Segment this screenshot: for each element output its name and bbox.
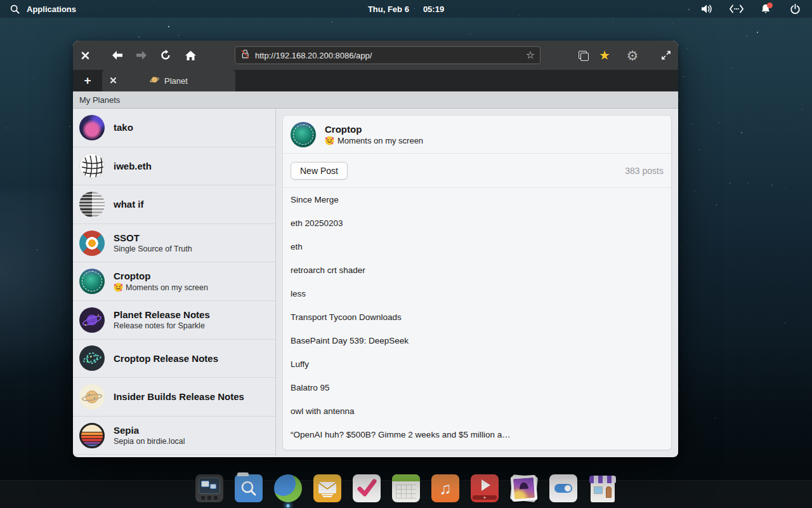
sidebar-item-planet-release-notes[interactable]: Planet Release Notes Release notes for S… [73, 301, 275, 340]
planet-subtitle: Release notes for Sparkle [114, 321, 210, 330]
dock-file-search-icon[interactable] [235, 474, 263, 502]
tab-planet[interactable]: Planet [102, 70, 235, 91]
url-text: http://192.168.20.200:8086/app/ [255, 51, 521, 60]
top-panel: Applications Thu, Feb 6 05:19 [0, 0, 812, 18]
sidebar-item-insider-builds-release-notes[interactable]: Insider Builds Release Notes [73, 378, 275, 417]
post-count: 383 posts [625, 166, 664, 176]
dock-app-store-icon[interactable] [589, 474, 617, 502]
sidebar-item-ssot[interactable]: SSOT Single Source of Truth [73, 224, 275, 263]
planet-avatar-release-notes [79, 307, 105, 333]
running-indicator [287, 504, 290, 507]
planet-avatar-insider-builds [79, 384, 105, 410]
post-row[interactable]: Luffy [283, 352, 671, 376]
window-close-button[interactable] [74, 41, 96, 70]
network-icon[interactable] [730, 2, 743, 16]
tab-favicon-saturn-icon [150, 75, 159, 86]
back-button[interactable] [107, 41, 128, 70]
post-row[interactable]: Since Merge [283, 188, 671, 211]
dock-multitasking-view-icon[interactable] [195, 474, 223, 502]
tab-close-icon[interactable] [110, 76, 117, 86]
reload-button[interactable] [155, 41, 176, 70]
power-icon[interactable] [788, 2, 802, 16]
new-post-button[interactable]: New Post [291, 162, 348, 180]
volume-icon[interactable] [700, 2, 714, 16]
new-tab-button[interactable]: + [77, 70, 98, 91]
planet-name: Planet Release Notes [114, 309, 210, 320]
post-row[interactable]: eth 20250203 [283, 211, 671, 235]
smiling-face-with-hearts-icon [325, 136, 334, 145]
tab-title: Planet [164, 76, 188, 86]
planet-avatar-iweb [79, 153, 105, 178]
forward-button[interactable] [131, 41, 152, 70]
sidebar-item-croptop-release-notes[interactable]: Croptop Release Notes [73, 340, 275, 378]
clock[interactable]: Thu, Feb 6 05:19 [368, 4, 444, 14]
tabs-overview-button[interactable] [572, 41, 594, 70]
planet-avatar-sepia [79, 423, 105, 448]
settings-button[interactable]: ⚙ [622, 41, 643, 70]
planet-avatar-croptop-release-notes [79, 345, 105, 371]
gear-icon: ⚙ [627, 49, 639, 62]
bookmark-star-icon[interactable]: ☆ [526, 50, 535, 60]
notification-dot [767, 3, 773, 8]
planet-name: Insider Builds Release Notes [114, 391, 244, 402]
planet-detail-header: Croptop Moments on my screen [283, 116, 671, 154]
planet-name: Sepia [114, 425, 185, 436]
planet-detail-subtitle: Moments on my screen [325, 136, 423, 145]
applications-menu[interactable]: Applications [8, 2, 76, 16]
planet-avatar-tako [79, 115, 105, 140]
smiling-face-with-hearts-icon [114, 283, 123, 292]
copy-tabs-icon [579, 51, 588, 60]
planet-name: SSOT [114, 232, 192, 243]
dock-web-browser-icon[interactable] [274, 474, 302, 502]
planet-detail-card: Croptop Moments on my screen New Post 38… [282, 115, 672, 450]
planet-subtitle: Sepia on birdie.local [114, 437, 185, 446]
dock-settings-icon[interactable] [549, 474, 577, 502]
fullscreen-button[interactable] [655, 41, 677, 70]
sidebar-item-sepia[interactable]: Sepia Sepia on birdie.local [73, 417, 275, 455]
time-label: 05:19 [423, 4, 444, 14]
sidebar-item-iweb-eth[interactable]: iweb.eth [73, 147, 275, 186]
croptop-avatar [291, 122, 316, 147]
post-row[interactable]: retroarch crt shader [283, 258, 671, 282]
planet-avatar-ssot [79, 231, 105, 256]
planet-avatar-whatif [79, 192, 105, 217]
main-panel: Croptop Moments on my screen New Post 38… [276, 109, 678, 457]
planet-subtitle: Moments on my screen [114, 283, 208, 292]
applications-label: Applications [27, 4, 76, 14]
planet-subtitle: Single Source of Truth [114, 244, 192, 253]
post-row[interactable]: less [283, 282, 671, 305]
insecure-lock-icon [240, 49, 250, 62]
notifications-bell-icon[interactable] [759, 2, 773, 16]
browser-window: http://192.168.20.200:8086/app/ ☆ ★ ⚙ + … [73, 41, 678, 457]
search-icon [8, 2, 22, 16]
planet-name: what if [114, 199, 144, 210]
dock-videos-icon[interactable] [471, 474, 499, 502]
post-row[interactable]: Transport Tycoon Downloads [283, 305, 671, 329]
dock-photos-icon[interactable] [510, 474, 538, 502]
browser-toolbar: http://192.168.20.200:8086/app/ ☆ ★ ⚙ [73, 41, 678, 70]
sidebar-item-croptop[interactable]: Croptop Moments on my screen [73, 262, 275, 301]
post-row[interactable]: eth [283, 235, 671, 258]
home-button[interactable] [180, 41, 201, 70]
post-row[interactable]: Balatro 95 [283, 376, 671, 399]
planet-name: tako [114, 122, 133, 133]
planet-avatar-croptop [79, 269, 105, 294]
post-row[interactable]: BasePaint Day 539: DeepSeek [283, 329, 671, 352]
dock-tasks-icon[interactable] [353, 474, 381, 502]
sidebar-item-tako[interactable]: tako [73, 109, 275, 147]
dock-music-icon[interactable]: ♫ [431, 474, 459, 502]
post-row[interactable]: owl with antenna [283, 399, 671, 423]
sidebar-item-what-if[interactable]: what if [73, 185, 275, 224]
planet-detail-title: Croptop [325, 124, 423, 135]
date-label: Thu, Feb 6 [368, 4, 409, 14]
url-bar[interactable]: http://192.168.20.200:8086/app/ ☆ [235, 46, 540, 64]
planet-name: Croptop Release Notes [114, 353, 218, 364]
planet-sidebar: tako iweb.eth what if SSOT Single Source… [73, 109, 276, 457]
favorites-button[interactable]: ★ [594, 41, 615, 70]
post-row[interactable]: “OpenAI huh? $500B? Gimme 2 weeks and $5… [283, 423, 671, 446]
dock: ♫ [195, 474, 617, 502]
tab-bar: + Planet [73, 70, 678, 91]
dock-calendar-icon[interactable] [392, 474, 420, 502]
dock-mail-icon[interactable] [313, 474, 341, 502]
planet-name: Croptop [114, 271, 208, 281]
